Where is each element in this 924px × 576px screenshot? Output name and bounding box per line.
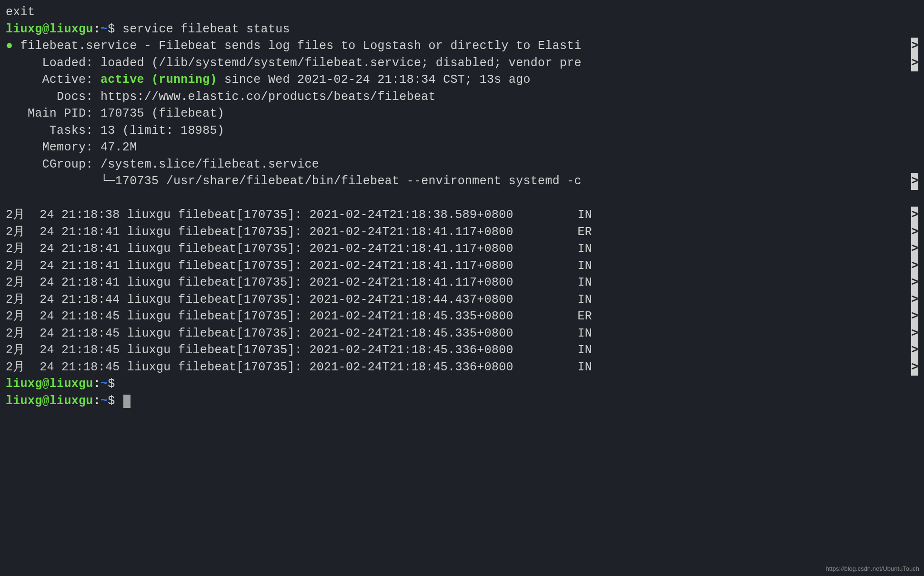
log-line: 2月 24 21:18:41 liuxgu filebeat[170735]: … [6,240,918,258]
log-level-tag: ER [577,308,592,325]
memory-line: Memory: 47.2M [6,139,918,156]
docs-text: Docs: https://www.elastic.co/products/be… [6,90,436,104]
prompt-command-line: liuxg@liuxgu:~$ service filebeat status [6,21,918,38]
cgroup-child-line: └─170735 /usr/share/filebeat/bin/filebea… [6,173,918,190]
log-level-tag: ER [577,224,592,241]
command-text: service filebeat status [122,22,290,36]
prompt-path: ~ [100,394,108,408]
prompt-path: ~ [100,377,108,391]
log-level-tag: IN [577,207,592,224]
log-level-tag: IN [577,291,592,308]
cgroup-line: CGroup: /system.slice/filebeat.service [6,156,918,173]
service-name: filebeat.service - Filebeat sends log fi… [13,39,582,53]
main-pid-text: Main PID: 170735 (filebeat) [6,107,224,120]
log-level-tag: IN [577,240,592,258]
prompt-sep: : [93,377,100,391]
log-body: 2月 24 21:18:45 liuxgu filebeat[170735]: … [6,325,519,342]
prompt-dollar: $ [108,394,122,408]
log-body: 2月 24 21:18:44 liuxgu filebeat[170735]: … [6,291,519,308]
log-level-tag: IN [577,342,592,359]
blank-line [6,190,918,207]
overflow-icon: > [911,224,918,241]
overflow-icon: > [911,240,918,258]
log-body: 2月 24 21:18:38 liuxgu filebeat[170735]: … [6,207,519,224]
log-body: 2月 24 21:18:45 liuxgu filebeat[170735]: … [6,359,519,376]
active-line: Active: active (running) since Wed 2021-… [6,71,918,89]
log-line: 2月 24 21:18:45 liuxgu filebeat[170735]: … [6,308,918,325]
overflow-icon: > [911,359,918,376]
loaded-line: Loaded: loaded (/lib/systemd/system/file… [6,55,918,72]
prompt-path: ~ [100,22,108,36]
tasks-text: Tasks: 13 (limit: 18985) [6,124,224,138]
exit-text: exit [6,5,35,19]
log-line: 2月 24 21:18:41 liuxgu filebeat[170735]: … [6,224,918,241]
log-line: 2月 24 21:18:45 liuxgu filebeat[170735]: … [6,325,918,342]
prompt-sep: : [93,22,100,36]
log-level-tag: IN [577,325,592,342]
log-body: 2月 24 21:18:41 liuxgu filebeat[170735]: … [6,258,519,275]
overflow-icon: > [911,308,918,325]
tasks-line: Tasks: 13 (limit: 18985) [6,122,918,139]
cgroup-child-text: └─170735 /usr/share/filebeat/bin/filebea… [6,174,582,188]
service-name-line: ● filebeat.service - Filebeat sends log … [6,38,918,55]
prompt-dollar: $ [108,377,122,391]
overflow-icon: > [911,274,918,291]
memory-text: Memory: 47.2M [6,140,137,154]
prompt-sep: : [93,394,100,408]
active-status: active (running) [100,73,217,87]
prompt-line-2[interactable]: liuxg@liuxgu:~$ [6,376,918,393]
prompt-dollar: $ [108,22,122,36]
overflow-icon: > [911,38,918,55]
log-line: 2月 24 21:18:38 liuxgu filebeat[170735]: … [6,207,918,224]
cgroup-text: CGroup: /system.slice/filebeat.service [6,158,319,171]
log-body: 2月 24 21:18:41 liuxgu filebeat[170735]: … [6,224,519,241]
overflow-icon: > [911,55,918,72]
overflow-icon: > [911,173,918,190]
log-line: 2月 24 21:18:45 liuxgu filebeat[170735]: … [6,359,918,376]
overflow-icon: > [911,325,918,342]
log-level-tag: IN [577,274,592,291]
overflow-icon: > [911,342,918,359]
overflow-icon: > [911,207,918,224]
log-line: 2月 24 21:18:45 liuxgu filebeat[170735]: … [6,342,918,359]
exit-line: exit [6,4,918,21]
log-level-tag: IN [577,359,592,376]
prompt-user: liuxg@liuxgu [6,377,93,391]
log-body: 2月 24 21:18:41 liuxgu filebeat[170735]: … [6,274,519,291]
overflow-icon: > [911,291,918,308]
log-line: 2月 24 21:18:44 liuxgu filebeat[170735]: … [6,291,918,308]
log-level-tag: IN [577,258,592,275]
active-label: Active: [6,73,100,87]
loaded-text: Loaded: loaded (/lib/systemd/system/file… [6,56,582,70]
active-since: since Wed 2021-02-24 21:18:34 CST; 13s a… [217,73,531,87]
log-line: 2月 24 21:18:41 liuxgu filebeat[170735]: … [6,258,918,275]
prompt-line-3[interactable]: liuxg@liuxgu:~$ [6,393,918,410]
watermark-text: https://blog.csdn.net/UbuntuTouch [825,565,919,573]
overflow-icon: > [911,258,918,275]
status-bullet-icon: ● [6,39,13,53]
prompt-user: liuxg@liuxgu [6,394,93,408]
cursor-icon[interactable] [123,395,131,408]
log-body: 2月 24 21:18:41 liuxgu filebeat[170735]: … [6,240,519,258]
log-line: 2月 24 21:18:41 liuxgu filebeat[170735]: … [6,274,918,291]
prompt-user: liuxg@liuxgu [6,22,93,36]
main-pid-line: Main PID: 170735 (filebeat) [6,105,918,122]
docs-line: Docs: https://www.elastic.co/products/be… [6,89,918,106]
log-body: 2月 24 21:18:45 liuxgu filebeat[170735]: … [6,308,519,325]
log-body: 2月 24 21:18:45 liuxgu filebeat[170735]: … [6,342,519,359]
